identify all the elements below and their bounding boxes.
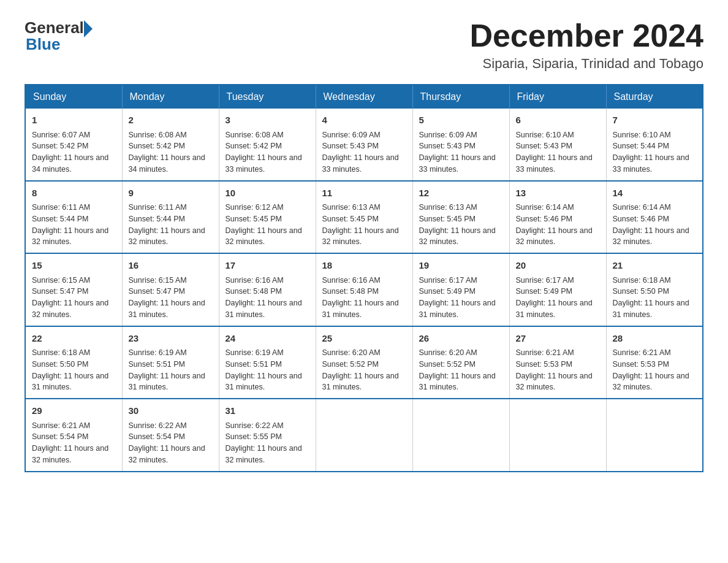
calendar-cell: 11Sunrise: 6:13 AMSunset: 5:45 PMDayligh… [316, 181, 412, 254]
calendar-header-wednesday: Wednesday [316, 85, 412, 109]
day-info: Sunrise: 6:07 AMSunset: 5:42 PMDaylight:… [32, 129, 116, 175]
day-number: 22 [32, 332, 116, 346]
calendar-header-thursday: Thursday [412, 85, 509, 109]
day-info: Sunrise: 6:21 AMSunset: 5:53 PMDaylight:… [516, 347, 600, 393]
logo: General Blue [25, 18, 93, 54]
day-number: 29 [32, 404, 116, 418]
day-info: Sunrise: 6:18 AMSunset: 5:50 PMDaylight:… [32, 347, 116, 393]
calendar-cell [509, 399, 606, 472]
day-number: 15 [32, 259, 116, 273]
day-number: 10 [226, 186, 309, 201]
day-info: Sunrise: 6:08 AMSunset: 5:42 PMDaylight:… [129, 129, 213, 175]
day-info: Sunrise: 6:11 AMSunset: 5:44 PMDaylight:… [32, 202, 116, 248]
calendar-header-friday: Friday [509, 85, 606, 109]
logo-arrow-icon [84, 20, 93, 37]
day-number: 2 [129, 113, 213, 128]
calendar-cell: 30Sunrise: 6:22 AMSunset: 5:54 PMDayligh… [122, 399, 219, 472]
calendar-cell [316, 399, 412, 472]
calendar-cell: 26Sunrise: 6:20 AMSunset: 5:52 PMDayligh… [412, 326, 509, 399]
day-number: 1 [32, 113, 116, 128]
calendar-cell: 12Sunrise: 6:13 AMSunset: 5:45 PMDayligh… [412, 181, 509, 254]
day-number: 14 [613, 186, 697, 201]
calendar-cell: 16Sunrise: 6:15 AMSunset: 5:47 PMDayligh… [122, 253, 219, 326]
calendar-cell: 1Sunrise: 6:07 AMSunset: 5:42 PMDaylight… [25, 109, 122, 181]
day-number: 31 [226, 404, 309, 418]
calendar-cell [606, 399, 703, 472]
day-number: 21 [613, 259, 697, 273]
day-info: Sunrise: 6:10 AMSunset: 5:44 PMDaylight:… [613, 129, 697, 175]
day-number: 8 [32, 186, 116, 201]
day-info: Sunrise: 6:09 AMSunset: 5:43 PMDaylight:… [322, 129, 406, 175]
day-info: Sunrise: 6:15 AMSunset: 5:47 PMDaylight:… [32, 275, 116, 321]
calendar-week-row: 15Sunrise: 6:15 AMSunset: 5:47 PMDayligh… [25, 253, 703, 326]
day-info: Sunrise: 6:08 AMSunset: 5:42 PMDaylight:… [226, 129, 309, 175]
calendar-cell: 23Sunrise: 6:19 AMSunset: 5:51 PMDayligh… [122, 326, 219, 399]
calendar-header-tuesday: Tuesday [219, 85, 316, 109]
day-info: Sunrise: 6:14 AMSunset: 5:46 PMDaylight:… [516, 202, 600, 248]
day-info: Sunrise: 6:17 AMSunset: 5:49 PMDaylight:… [516, 275, 600, 321]
day-info: Sunrise: 6:18 AMSunset: 5:50 PMDaylight:… [613, 275, 697, 321]
day-number: 9 [129, 186, 213, 201]
calendar-cell: 3Sunrise: 6:08 AMSunset: 5:42 PMDaylight… [219, 109, 316, 181]
day-info: Sunrise: 6:12 AMSunset: 5:45 PMDaylight:… [226, 202, 309, 248]
calendar-cell: 28Sunrise: 6:21 AMSunset: 5:53 PMDayligh… [606, 326, 703, 399]
calendar-cell: 13Sunrise: 6:14 AMSunset: 5:46 PMDayligh… [509, 181, 606, 254]
day-info: Sunrise: 6:14 AMSunset: 5:46 PMDaylight:… [613, 202, 697, 248]
calendar-cell: 6Sunrise: 6:10 AMSunset: 5:43 PMDaylight… [509, 109, 606, 181]
page-header: General Blue December 2024 Siparia, Sipa… [25, 18, 703, 72]
page-subtitle: Siparia, Siparia, Trinidad and Tobago [469, 56, 703, 72]
calendar-week-row: 29Sunrise: 6:21 AMSunset: 5:54 PMDayligh… [25, 399, 703, 472]
calendar-cell: 17Sunrise: 6:16 AMSunset: 5:48 PMDayligh… [219, 253, 316, 326]
calendar-cell: 19Sunrise: 6:17 AMSunset: 5:49 PMDayligh… [412, 253, 509, 326]
calendar-cell: 20Sunrise: 6:17 AMSunset: 5:49 PMDayligh… [509, 253, 606, 326]
calendar-cell: 9Sunrise: 6:11 AMSunset: 5:44 PMDaylight… [122, 181, 219, 254]
day-info: Sunrise: 6:21 AMSunset: 5:54 PMDaylight:… [32, 420, 116, 466]
calendar-cell: 22Sunrise: 6:18 AMSunset: 5:50 PMDayligh… [25, 326, 122, 399]
day-number: 20 [516, 259, 600, 273]
day-info: Sunrise: 6:22 AMSunset: 5:55 PMDaylight:… [226, 420, 309, 466]
day-number: 4 [322, 113, 406, 128]
day-number: 17 [226, 259, 309, 273]
day-number: 16 [129, 259, 213, 273]
day-number: 26 [419, 332, 503, 346]
calendar-cell: 15Sunrise: 6:15 AMSunset: 5:47 PMDayligh… [25, 253, 122, 326]
logo-blue-text: Blue [26, 35, 60, 54]
day-number: 27 [516, 332, 600, 346]
day-number: 5 [419, 113, 503, 128]
day-number: 3 [226, 113, 309, 128]
day-number: 11 [322, 186, 406, 201]
day-number: 6 [516, 113, 600, 128]
calendar-header-saturday: Saturday [606, 85, 703, 109]
calendar-cell: 27Sunrise: 6:21 AMSunset: 5:53 PMDayligh… [509, 326, 606, 399]
day-info: Sunrise: 6:20 AMSunset: 5:52 PMDaylight:… [419, 347, 503, 393]
calendar-table: SundayMondayTuesdayWednesdayThursdayFrid… [25, 84, 703, 472]
day-info: Sunrise: 6:16 AMSunset: 5:48 PMDaylight:… [226, 275, 309, 321]
calendar-header-row: SundayMondayTuesdayWednesdayThursdayFrid… [25, 85, 703, 109]
day-number: 12 [419, 186, 503, 201]
calendar-cell: 4Sunrise: 6:09 AMSunset: 5:43 PMDaylight… [316, 109, 412, 181]
day-info: Sunrise: 6:13 AMSunset: 5:45 PMDaylight:… [419, 202, 503, 248]
calendar-cell: 5Sunrise: 6:09 AMSunset: 5:43 PMDaylight… [412, 109, 509, 181]
page-title: December 2024 [469, 18, 703, 53]
day-info: Sunrise: 6:11 AMSunset: 5:44 PMDaylight:… [129, 202, 213, 248]
calendar-cell: 24Sunrise: 6:19 AMSunset: 5:51 PMDayligh… [219, 326, 316, 399]
day-info: Sunrise: 6:17 AMSunset: 5:49 PMDaylight:… [419, 275, 503, 321]
day-number: 23 [129, 332, 213, 346]
calendar-cell: 31Sunrise: 6:22 AMSunset: 5:55 PMDayligh… [219, 399, 316, 472]
day-number: 24 [226, 332, 309, 346]
day-number: 7 [613, 113, 697, 128]
day-info: Sunrise: 6:19 AMSunset: 5:51 PMDaylight:… [226, 347, 309, 393]
day-info: Sunrise: 6:21 AMSunset: 5:53 PMDaylight:… [613, 347, 697, 393]
day-info: Sunrise: 6:15 AMSunset: 5:47 PMDaylight:… [129, 275, 213, 321]
day-number: 13 [516, 186, 600, 201]
day-info: Sunrise: 6:09 AMSunset: 5:43 PMDaylight:… [419, 129, 503, 175]
day-info: Sunrise: 6:20 AMSunset: 5:52 PMDaylight:… [322, 347, 406, 393]
day-info: Sunrise: 6:10 AMSunset: 5:43 PMDaylight:… [516, 129, 600, 175]
day-info: Sunrise: 6:13 AMSunset: 5:45 PMDaylight:… [322, 202, 406, 248]
calendar-week-row: 22Sunrise: 6:18 AMSunset: 5:50 PMDayligh… [25, 326, 703, 399]
calendar-week-row: 8Sunrise: 6:11 AMSunset: 5:44 PMDaylight… [25, 181, 703, 254]
calendar-cell: 8Sunrise: 6:11 AMSunset: 5:44 PMDaylight… [25, 181, 122, 254]
calendar-cell: 18Sunrise: 6:16 AMSunset: 5:48 PMDayligh… [316, 253, 412, 326]
calendar-week-row: 1Sunrise: 6:07 AMSunset: 5:42 PMDaylight… [25, 109, 703, 181]
calendar-cell: 2Sunrise: 6:08 AMSunset: 5:42 PMDaylight… [122, 109, 219, 181]
